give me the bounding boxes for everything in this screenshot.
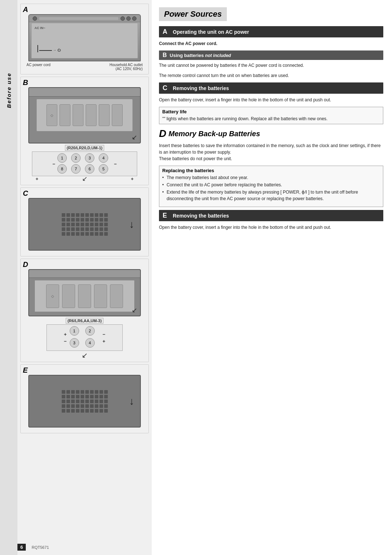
cover-illustration-e: ↓ <box>28 375 141 428</box>
battery-slots-b: − 1 2 3 4 8 7 6 5 − <box>32 151 137 176</box>
section-d-main-header: D Memory Back-up Batteries <box>159 128 383 139</box>
slot-7: 7 <box>71 164 81 174</box>
push-arrow-icon: ↓ <box>129 219 134 230</box>
sidebar: Before use <box>0 0 17 555</box>
section-a-header: A Operating the unit on AC power <box>159 26 383 37</box>
battery-life-box: Battery life "" lights when the batterie… <box>159 107 383 124</box>
diagram-label-d: D <box>23 260 28 269</box>
ac-cord-area: → ⏻ <box>34 45 61 52</box>
knob-icon <box>126 16 131 21</box>
section-e-body: Open the battery cover, insert a finger … <box>159 224 383 231</box>
section-c-title: Removing the batteries <box>173 85 229 91</box>
bullet-item-1: The memory batteries last about one year… <box>162 174 380 181</box>
voltage-label: (AC 120V, 60Hz) <box>110 67 143 71</box>
bullet-item-3: Extend the life of the memory batteries … <box>162 189 380 202</box>
slot-8: 8 <box>57 164 67 174</box>
battery-model-d: (R6/LR6,AA,UM-3) <box>66 318 103 324</box>
minus-d1: − <box>64 339 67 344</box>
diagram-section-a: A AC IN~ → ⏻ <box>20 4 149 74</box>
battery-slots-d: + − 1 2 3 4 − + <box>46 324 123 351</box>
section-b-body2: The remote control cannot turn the unit … <box>159 72 383 79</box>
replacing-bullets: The memory batteries last about one year… <box>162 174 380 202</box>
slot-3: 3 <box>85 153 94 163</box>
cord-label: AC power cord <box>26 63 50 71</box>
sidebar-label: Before use <box>6 73 12 108</box>
section-e-title: Removing the batteries <box>173 213 229 219</box>
minus-d2: − <box>103 332 106 337</box>
ac-annotations: AC power cord Household AC outlet (AC 12… <box>23 63 146 71</box>
battery-tray-illustration: ◇ ↙ <box>28 87 141 143</box>
diagram-section-e: E ↓ <box>20 364 149 433</box>
section-b-body1: The unit cannot be powered by batteries … <box>159 62 383 69</box>
section-d-letter: D <box>159 128 166 139</box>
diagram-label-c: C <box>23 189 28 198</box>
section-d-title: Memory Back-up Batteries <box>168 130 260 138</box>
diagram-label-e: E <box>23 366 28 374</box>
slot-d4: 4 <box>85 338 95 348</box>
device-illustration-a: AC IN~ → ⏻ <box>28 14 141 61</box>
slot-d3: 3 <box>70 338 79 348</box>
knob-icon <box>121 16 125 21</box>
replacing-batteries-title: Replacing the batteries <box>162 168 380 173</box>
knob-icon <box>33 16 37 21</box>
battery-life-body: "" lights when the batteries are running… <box>162 116 380 122</box>
diagram-label-b: B <box>23 78 28 87</box>
section-c-body: Open the battery cover, insert a finger … <box>159 97 383 103</box>
minus-sign-2: − <box>114 161 117 167</box>
diagram-section-c: C ↓ <box>20 187 149 256</box>
bullet-item-2: Connect the unit to AC power before repl… <box>162 182 380 188</box>
push-arrow-e-icon: ↓ <box>129 396 134 407</box>
battery-model-b: (R20/LR20,D,UM-1) <box>65 145 104 151</box>
vent-grid <box>62 213 108 236</box>
section-c-header: C Removing the batteries <box>159 82 383 94</box>
plus-sign-2: + <box>131 176 134 183</box>
section-a-title: Operating the unit on AC power <box>173 29 249 35</box>
diagram-section-d: D ◇ ↙ (R6/LR6,AA,UM-3) + − 1 2 3 4 <box>20 259 149 362</box>
slot-1: 1 <box>57 153 67 163</box>
replacing-batteries-box: Replacing the batteries The memory batte… <box>159 166 383 207</box>
section-a-body: Connect the AC power cord. <box>159 40 383 47</box>
content-column: Power Sources A Operating the unit on AC… <box>152 0 392 555</box>
cover-illustration-c: ↓ <box>28 198 141 251</box>
battery-tray-d: ◇ ↙ <box>28 269 141 316</box>
page-title: Power Sources <box>159 7 227 21</box>
battery-life-title: Battery life <box>162 109 380 114</box>
plus-d1: + <box>64 332 67 337</box>
diagram-section-b: B ◇ ↙ (R20/LR20,D,UM-1) − 1 2 <box>20 77 149 185</box>
slot-6: 6 <box>85 164 94 174</box>
minus-sign: − <box>52 161 55 167</box>
slot-2: 2 <box>71 153 81 163</box>
section-e-header: E Removing the batteries <box>159 210 383 221</box>
plus-d2: + <box>103 339 106 344</box>
section-b-title: Using batteries not included <box>170 53 231 58</box>
battery-inner: ◇ <box>36 99 133 131</box>
household-label: Household AC outlet <box>110 63 143 67</box>
section-d-body: Insert these batteries to save the infor… <box>159 142 383 162</box>
knob-icon <box>132 16 136 21</box>
ac-in-label: AC IN~ <box>34 26 45 30</box>
section-a-letter: A <box>163 28 170 36</box>
diagram-label-a: A <box>23 5 28 14</box>
slot-d2: 2 <box>85 326 95 336</box>
section-c-letter: C <box>163 84 170 92</box>
slot-d1: 1 <box>70 326 79 336</box>
vent-grid-e <box>62 390 108 413</box>
slot-4: 4 <box>99 153 108 163</box>
section-b-header: B Using batteries not included <box>159 50 383 60</box>
section-e-letter: E <box>163 212 170 219</box>
diagram-column: A AC IN~ → ⏻ <box>17 0 152 555</box>
section-b-letter: B <box>163 52 167 58</box>
plus-sign: + <box>36 176 38 183</box>
device-body: AC IN~ → ⏻ <box>31 23 138 58</box>
slot-5: 5 <box>99 164 108 174</box>
